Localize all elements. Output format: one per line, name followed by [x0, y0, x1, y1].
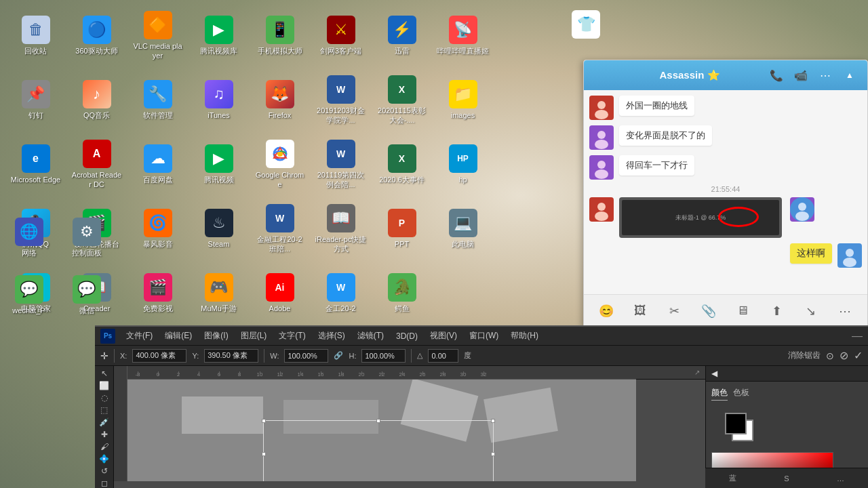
icon-wechat-partial[interactable]: 💬 wechat_P [0, 266, 58, 324]
ps-angle-input[interactable] [428, 349, 458, 363]
icon-firefox[interactable]: 🦊 Firefox [251, 71, 309, 129]
ps-menu-view[interactable]: 视图(V) [425, 329, 462, 343]
selection-handle-ml[interactable] [262, 452, 266, 456]
ps-fg-color[interactable] [725, 413, 747, 434]
ps-menu-select[interactable]: 选择(S) [313, 329, 351, 343]
shirt-icon-area[interactable]: 👕 [572, 10, 600, 41]
ps-menu-file[interactable]: 文件(F) [121, 329, 158, 343]
ps-bottom-icon-2[interactable]: S [784, 474, 789, 483]
icon-bilibili-live[interactable]: 📡 哔哩哔哩直播姬 [434, 7, 492, 64]
icon-thunder[interactable]: ⚡ 迅雷 [373, 7, 431, 64]
attach-icon[interactable]: 📎 [698, 301, 719, 321]
more-footer-icon[interactable]: ⋯ [835, 301, 855, 321]
ps-menu-text[interactable]: 文字(T) [273, 329, 311, 343]
icon-jin-gong-2[interactable]: W 金工20-2 [312, 264, 370, 322]
ps-tool-select[interactable]: ↖ [97, 369, 112, 378]
selection-handle-mr[interactable] [491, 452, 495, 456]
icon-recycle-bin[interactable]: 🗑 回收站 [7, 7, 64, 64]
icon-my-computer[interactable]: 💻 此电脑 [434, 200, 492, 258]
icon-word-2019[interactable]: W 20191203财金学院学... [312, 71, 370, 129]
ps-bottom-icon-3[interactable]: … [837, 474, 844, 483]
icon-itunes[interactable]: ♫ iTunes [190, 71, 248, 129]
icon-ppt[interactable]: P PPT [373, 200, 431, 258]
icon-acrobat[interactable]: A Acrobat Reader DC [68, 136, 125, 193]
icon-qq-music[interactable]: ♪ QQ音乐 [68, 71, 125, 129]
icon-sword3[interactable]: ⚔ 剑网3客户端 [312, 7, 370, 64]
icon-control-panel[interactable]: ⚙ 控制面板 [58, 209, 115, 266]
emoji-icon[interactable]: 😊 [596, 301, 616, 321]
icon-excel-2020[interactable]: X 20201115表彰大会-.... [373, 71, 431, 129]
icon-network[interactable]: 🌐 网络 [0, 209, 58, 266]
ps-cancel-jagged[interactable]: 消除锯齿 [788, 350, 821, 361]
ps-menu-edit[interactable]: 编辑(E) [159, 329, 197, 343]
ps-confirm-icon[interactable]: ✓ [854, 349, 863, 362]
ps-tool-lasso[interactable]: ◌ [97, 393, 112, 403]
selection-handle-tr[interactable] [491, 419, 495, 423]
icon-vlc[interactable]: 🔶 VLC media player [129, 7, 186, 64]
icon-hp[interactable]: HP hp [434, 136, 492, 193]
ps-bottom-icon-1[interactable]: 蓝 [729, 473, 736, 483]
ps-expand-icon[interactable]: ↗ [694, 369, 700, 376]
icon-dingtalk[interactable]: 📌 钉钉 [7, 71, 64, 129]
screen-icon[interactable]: 🖥 [732, 301, 753, 321]
ps-link-icon[interactable]: 🔗 [334, 351, 343, 360]
icon-360-driver[interactable]: 🔵 360驱动大师 [68, 7, 125, 64]
icon-tencent-v2[interactable]: ▶ 腾讯视频 [190, 136, 248, 193]
image-icon[interactable]: 🖼 [630, 301, 650, 321]
ps-menu-3d[interactable]: 3D(D) [391, 330, 423, 342]
icon-phone-sim[interactable]: 📱 手机模拟大师 [251, 7, 309, 64]
ps-tool-eyedrop[interactable]: 💉 [97, 418, 112, 427]
ps-tool-icon-1[interactable]: ⊙ [826, 350, 834, 361]
ps-coord-y-input[interactable] [204, 349, 258, 363]
wechat-more-icon[interactable]: ⋯ [816, 66, 835, 85]
icon-word-201119[interactable]: W 201119第四次例会陪... [312, 136, 370, 193]
ps-height-input[interactable] [361, 349, 406, 363]
ps-tool-heal[interactable]: ✚ [97, 430, 112, 439]
ps-width-input[interactable] [284, 349, 328, 363]
ps-tool-stamp[interactable]: 💠 [97, 454, 112, 464]
ps-right-expand-icon[interactable]: ◀ [711, 369, 717, 378]
ps-menu-window[interactable]: 窗口(W) [464, 329, 504, 343]
icon-ireader[interactable]: 📖 iReader-pc快捷方式 [312, 200, 370, 258]
icon-mumu[interactable]: 🎮 MuMu手游 [190, 264, 248, 322]
icon-google-chrome[interactable]: Google Chrome [251, 136, 309, 193]
icon-crocodile[interactable]: 🐊 鳄鱼 [373, 264, 431, 322]
icon-steam[interactable]: ♨ Steam [190, 200, 248, 258]
icon-baofeng[interactable]: 🌀 暴风影音 [129, 200, 186, 258]
wechat-collapse-icon[interactable]: ▲ [840, 66, 859, 85]
icon-free-movie[interactable]: 🎬 免费影视 [129, 264, 186, 322]
selection-handle-tm[interactable] [376, 419, 380, 423]
icon-images-folder[interactable]: 📁 images [434, 71, 492, 129]
ps-minimize-btn[interactable]: — [852, 330, 863, 342]
ps-coord-x-input[interactable] [132, 349, 186, 363]
ps-tool-icon-2[interactable]: ⊘ [840, 349, 848, 362]
icon-baidu-disk[interactable]: ☁ 百度网盘 [129, 136, 186, 193]
icon-label: iReader-pc快捷方式 [315, 235, 367, 253]
ps-tool-move[interactable]: ✛ [100, 350, 108, 361]
icon-adobe[interactable]: Ai Adobe [251, 264, 309, 322]
collapse-icon[interactable]: ↘ [801, 301, 821, 321]
ps-tool-brush[interactable]: 🖌 [97, 442, 112, 451]
upload-icon[interactable]: ⬆ [766, 301, 787, 321]
excel-2020-icon: X [388, 75, 416, 104]
icon-jinrong-gongcheng[interactable]: W 金融工程20-2班陪... [251, 200, 309, 258]
ps-menu-help[interactable]: 帮助(H) [505, 329, 544, 343]
ps-tool-history[interactable]: ↺ [97, 466, 112, 476]
ps-menu-filter[interactable]: 滤镜(T) [352, 329, 389, 343]
icon-soft-mgr[interactable]: 🔧 软件管理 [129, 71, 186, 129]
color-tab-color[interactable]: 颜色 [711, 387, 728, 401]
scissor-icon[interactable]: ✂ [665, 301, 685, 321]
wechat-video-icon[interactable]: 📹 [791, 66, 810, 85]
wechat-phone-icon[interactable]: 📞 [767, 66, 786, 85]
icon-wechat2[interactable]: 💬 微信 [58, 266, 115, 324]
color-tab-swatches[interactable]: 色板 [733, 387, 749, 401]
ps-tool-crop[interactable]: ⬚ [97, 405, 112, 415]
ps-tool-marquee[interactable]: ⬜ [97, 381, 112, 390]
selection-handle-tl[interactable] [262, 419, 266, 423]
icon-edge[interactable]: e Microsoft Edge [7, 136, 64, 193]
icon-tencent-video[interactable]: ▶ 腾讯视频库 [190, 7, 248, 64]
ps-tool-eraser[interactable]: ◻ [97, 479, 112, 488]
icon-2020-events[interactable]: X 2020.6大事件 [373, 136, 431, 193]
ps-menu-layer[interactable]: 图层(L) [235, 329, 273, 343]
ps-menu-image[interactable]: 图像(I) [199, 329, 233, 343]
